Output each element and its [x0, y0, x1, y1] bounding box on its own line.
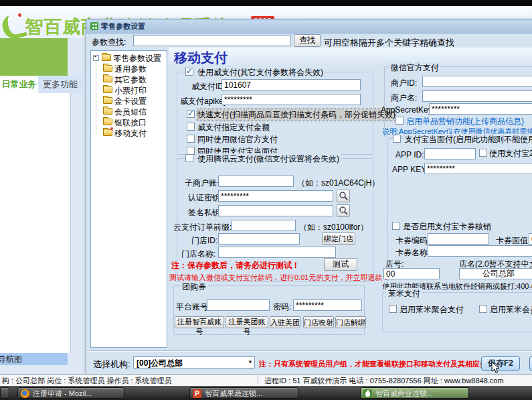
taskbar-zbw-button[interactable]: 智百威商业连锁... [360, 387, 469, 399]
order-prefix-input[interactable] [232, 220, 296, 231]
appid-label: APP ID: [395, 150, 424, 159]
registered-mark-icon [18, 13, 21, 17]
fixed-amount-label[interactable]: 威支付指定支付金额 [197, 122, 270, 133]
join-meituan-button[interactable]: 入驻美团 [270, 316, 300, 328]
appsecret-input[interactable] [429, 103, 532, 115]
sign-key-lookup-button[interactable] [337, 204, 350, 217]
magnifier-icon [337, 205, 349, 216]
status-bar: 构 : 公司总部 岗位 : 系统管理员 操作员 : 系统管理员 进程ID : 5… [0, 374, 532, 387]
laimi-member-label[interactable]: 启用莱米会员同 [490, 304, 532, 316]
tree-item-goldcard[interactable]: 金卡设置 [114, 96, 147, 107]
param-search-label: 参数查找: [92, 37, 126, 48]
folder-icon [102, 54, 111, 61]
tab-more-functions[interactable]: 更多功能 [38, 76, 82, 93]
store-unbind-button[interactable]: 门店解绑 [335, 316, 366, 328]
platform-account-input[interactable] [207, 299, 270, 311]
tree-item-mobilepay[interactable]: 移动支付 [114, 128, 147, 139]
sign-key-label: 签名私钥: [188, 207, 222, 218]
store-no-input[interactable] [383, 268, 440, 279]
store-name-input[interactable] [218, 247, 336, 258]
search-button[interactable]: 查找(F) [294, 34, 321, 47]
single-item-marketing-label[interactable]: 启用单品营销功能(上传商品信息) [406, 116, 524, 127]
voucher-label[interactable]: 是否启用支付宝卡券核销 [403, 221, 491, 232]
save-button[interactable]: 保存F2 [481, 356, 520, 371]
voucher-checkbox[interactable] [392, 222, 400, 230]
tab-daily-business[interactable]: 日常业务 [0, 76, 38, 93]
tencent-enable-checkbox[interactable] [185, 154, 193, 162]
folder-open-icon [103, 129, 112, 136]
org-select-value: [00]公司总部 [137, 358, 183, 368]
tree-item-unionpay[interactable]: 银联接口 [114, 117, 147, 129]
mch-id-input[interactable] [422, 76, 532, 87]
laimi-pay-label[interactable]: 启用莱米聚合支付 [400, 304, 464, 316]
fixed-amount-checkbox[interactable] [187, 123, 195, 131]
voucher-name-input[interactable] [428, 245, 532, 257]
voucher-name-label: 卡券名称: [395, 247, 430, 259]
appid-input[interactable] [424, 148, 476, 159]
tree-root[interactable]: 零售参数设置 [113, 53, 161, 64]
tree-collapse-icon[interactable] [93, 55, 99, 61]
laimi-pay-checkbox[interactable] [389, 305, 397, 313]
status-separator [258, 375, 258, 385]
folder-icon [103, 97, 112, 104]
store-name2-input[interactable] [459, 268, 532, 279]
tree-item-receipt[interactable]: 小票打印 [114, 85, 147, 96]
sub-merchant-input[interactable] [218, 176, 294, 187]
alipay-enable-label[interactable]: 支付宝当面付(启用此功能则不能使用自定义付款 [403, 134, 532, 145]
sub-merchant-hint: （如：sz01AC64CjH） [297, 178, 379, 189]
cutoff-button[interactable] [529, 356, 532, 371]
auth-key-lookup-button[interactable] [337, 190, 350, 202]
register-zbw-button[interactable]: 注册智百威账号 [175, 316, 224, 328]
footer-divider [86, 350, 532, 351]
org-select-dropdown[interactable]: [00]公司总部 [133, 356, 255, 369]
taskbar-powerpoint-button[interactable]: 智百威果蔬连锁... [189, 387, 298, 399]
tencent-enable-label[interactable]: 使用腾讯云支付(微信支付设置将会失效) [195, 153, 341, 165]
alipay2-checkbox[interactable] [479, 149, 487, 157]
voucher-code-input[interactable] [428, 233, 489, 245]
param-search-input[interactable] [133, 35, 291, 46]
fast-pay-checkbox[interactable] [187, 110, 195, 118]
auth-key-input[interactable] [218, 190, 333, 202]
admin-only-note: 注：只有系统管理员用户组，才能查看银联接口和移动支付及其相应参数! [259, 359, 497, 369]
org-select-label: 选择机构: [93, 358, 130, 371]
mch-name-input[interactable] [422, 90, 532, 102]
sign-key-input[interactable] [218, 205, 333, 216]
voucher-value-input[interactable] [529, 233, 532, 245]
weipay-id-input[interactable] [221, 79, 361, 90]
tree-item-general[interactable]: 通用参数 [114, 64, 147, 75]
page-title: 移动支付 [174, 49, 228, 67]
dialog-titlebar[interactable]: 零售参数设置 [86, 19, 532, 34]
screen: 智百威商业连锁管理系统 2019 日常业务 更多功能 导航图 零售参数设置 参数… [0, 0, 532, 400]
store-id-input[interactable] [218, 233, 300, 245]
firefox-icon [21, 389, 29, 398]
alipay2-label[interactable]: 使用支付宝2 [489, 148, 532, 159]
tree-item-sms[interactable]: 会员短信 [114, 107, 147, 118]
also-wechat-checkbox[interactable] [187, 135, 195, 143]
test-button[interactable]: 测试 [324, 258, 357, 271]
taskbar-firefox-button[interactable]: 注册申请 - Mozil... [17, 387, 124, 399]
weipay-apikey-input[interactable] [221, 94, 361, 105]
appkey-input[interactable] [424, 163, 532, 174]
platform-pwd-input[interactable] [293, 299, 362, 311]
order-prefix-hint: （如：sz0100lfor） [299, 222, 368, 233]
weipay-enable-label[interactable]: 使用威支付(其它支付参数将会失效) [195, 67, 325, 78]
voucher-code-label: 卡券编码: [395, 235, 430, 247]
bind-store-button[interactable]: 绑定门店 [322, 232, 355, 245]
status-left: 构 : 公司总部 岗位 : 系统管理员 操作员 : 系统管理员 [2, 375, 172, 387]
taskbar-partial-button[interactable] [0, 387, 9, 399]
weipay-enable-checkbox[interactable] [185, 68, 193, 76]
auth-key-label: 认证密钥: [188, 192, 222, 204]
tree-item-other[interactable]: 其它参数 [114, 74, 147, 86]
appkey-label: APP KEY: [392, 165, 428, 174]
also-wechat-label[interactable]: 同时使用微信官方支付 [197, 134, 278, 145]
store-map-button[interactable]: 门店映射 [303, 316, 334, 328]
alipay-enable-checkbox[interactable] [393, 135, 401, 143]
groupon-title: 团购券 [180, 281, 208, 293]
store-id-label: 门店ID: [191, 235, 217, 247]
single-item-marketing-checkbox[interactable] [395, 117, 404, 125]
nav-map-item[interactable]: 导航图 [0, 353, 68, 365]
mch-id-label: 商户ID: [391, 78, 417, 89]
fast-pay-label[interactable]: 快速支付(扫描商品后直接扫描支付条码，部分促销失效) [197, 109, 395, 121]
register-meituan-button[interactable]: 注册美团账号 [226, 316, 268, 328]
laimi-member-checkbox[interactable] [479, 305, 487, 313]
